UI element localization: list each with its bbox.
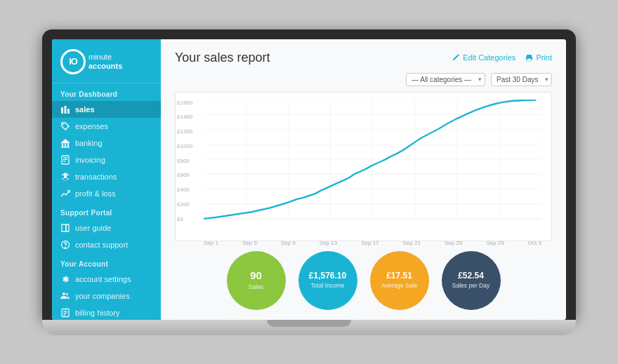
nav-item-profit-loss[interactable]: profit & loss <box>52 185 161 202</box>
y-label-800: £800 <box>177 158 192 164</box>
nav-label-invoicing: invoicing <box>75 156 105 164</box>
support-section-title: Support Portal <box>52 202 161 220</box>
nav-item-invoicing[interactable]: invoicing <box>52 151 161 168</box>
svg-rect-5 <box>62 144 63 147</box>
stat-label-sales: Sales <box>249 283 263 290</box>
svg-rect-4 <box>61 142 70 144</box>
stat-circle-income: £1,576.10 Total Income <box>298 251 357 310</box>
svg-point-19 <box>66 293 68 295</box>
header-actions: Edit Categories Print <box>452 53 552 62</box>
report-title: Your sales report <box>175 50 270 65</box>
y-label-400: £400 <box>177 187 192 193</box>
x-label-sep25: Sep 25 <box>445 240 462 246</box>
nav-label-user-guide: user guide <box>75 224 111 232</box>
x-label-sep9: Sep 9 <box>281 240 296 246</box>
period-filter-wrapper: Past 30 Days <box>491 72 552 86</box>
edit-categories-button[interactable]: Edit Categories <box>452 53 515 62</box>
x-label-sep29: Sep 29 <box>486 240 504 246</box>
invoice-icon <box>60 155 70 165</box>
svg-rect-27 <box>527 58 532 61</box>
category-filter[interactable]: — All categories — <box>406 73 485 86</box>
people-icon <box>60 291 70 301</box>
laptop-frame: IO minute accounts Your Dashboard <box>42 29 576 335</box>
svg-rect-6 <box>65 144 66 147</box>
period-filter[interactable]: Past 30 Days <box>491 73 552 86</box>
nav-item-your-companies[interactable]: your companies <box>52 288 161 304</box>
y-label-1200: £1200 <box>177 128 192 135</box>
logo-minute: minute <box>88 53 122 61</box>
svg-marker-14 <box>61 173 70 178</box>
gear-icon <box>60 274 70 284</box>
svg-rect-2 <box>67 109 70 114</box>
main-content: Your sales report Edit Categories <box>161 39 566 320</box>
x-label-oct3: Oct 3 <box>528 240 541 246</box>
nav-label-profit-loss: profit & loss <box>75 189 115 198</box>
report-header: Your sales report Edit Categories <box>175 50 552 65</box>
dashboard-section-title: Your Dashboard <box>52 83 161 101</box>
trend-icon <box>60 189 70 198</box>
sidebar: IO minute accounts Your Dashboard <box>52 39 161 320</box>
sales-chart <box>204 100 541 235</box>
category-filter-wrapper: — All categories — <box>406 72 485 86</box>
nav-item-billing-history[interactable]: billing history <box>52 304 161 320</box>
print-label: Print <box>536 53 552 62</box>
filters: — All categories — Past 30 Days <box>175 72 552 86</box>
svg-marker-9 <box>61 139 70 142</box>
bank-icon <box>60 138 70 148</box>
nav-label-contact-support: contact support <box>75 241 128 249</box>
arrows-icon <box>60 172 70 182</box>
stat-circle-per-day: £52.54 Sales per Day <box>442 251 501 310</box>
nav-label-your-companies: your companies <box>75 292 130 300</box>
stat-label-per-day: Sales per Day <box>452 282 489 289</box>
y-label-1400: £1400 <box>177 114 192 120</box>
nav-item-contact-support[interactable]: contact support <box>52 236 161 253</box>
x-label-sep21: Sep 21 <box>403 240 421 246</box>
print-button[interactable]: Print <box>525 53 552 62</box>
x-label-sep5: Sep 5 <box>242 240 257 246</box>
y-label-200: £200 <box>177 201 192 208</box>
nav-item-banking[interactable]: banking <box>52 135 161 151</box>
nav-item-transactions[interactable]: transactions <box>52 168 161 185</box>
nav-label-transactions: transactions <box>75 173 117 181</box>
stat-label-income: Total Income <box>310 282 344 289</box>
tag-icon <box>60 121 70 131</box>
laptop-base <box>42 320 576 335</box>
screen: IO minute accounts Your Dashboard <box>52 39 566 320</box>
stat-value-avg-sale: £17.51 <box>386 271 412 281</box>
book-icon <box>60 223 70 233</box>
x-label-sep17: Sep 17 <box>361 240 379 246</box>
svg-point-17 <box>65 247 66 248</box>
svg-point-3 <box>63 123 65 125</box>
stat-circle-avg-sale: £17.51 Average Sale <box>370 251 429 310</box>
chart-container: £1600 £1400 £1200 £1000 £800 £600 £400 £… <box>175 92 552 241</box>
y-axis-labels: £1600 £1400 £1200 £1000 £800 £600 £400 £… <box>177 100 192 222</box>
svg-rect-28 <box>527 58 528 58</box>
nav-item-user-guide[interactable]: user guide <box>52 220 161 236</box>
stats-row: 90 Sales £1,576.10 Total Income £17.51 A… <box>175 251 552 310</box>
y-label-0: £0 <box>177 216 192 222</box>
nav-item-sales[interactable]: sales <box>52 101 161 118</box>
logo-text: minute accounts <box>88 53 122 69</box>
stat-value-income: £1,576.10 <box>309 271 346 281</box>
edit-icon <box>452 54 460 62</box>
y-label-600: £600 <box>177 172 192 178</box>
nav-label-banking: banking <box>75 139 103 147</box>
svg-rect-1 <box>65 106 67 114</box>
account-section-title: Your Account <box>52 253 161 271</box>
screen-bezel: IO minute accounts Your Dashboard <box>42 29 576 320</box>
help-icon <box>60 240 70 250</box>
logo-accounts: accounts <box>88 62 122 70</box>
svg-marker-15 <box>61 178 70 181</box>
print-icon <box>525 54 533 62</box>
stat-circle-sales: 90 Sales <box>227 251 286 310</box>
svg-point-18 <box>63 292 65 295</box>
nav-item-account-settings[interactable]: account settings <box>52 271 161 288</box>
nav-item-expenses[interactable]: expenses <box>52 118 161 135</box>
y-label-1600: £1600 <box>177 100 192 106</box>
logo-icon: IO <box>60 49 86 74</box>
stat-value-sales: 90 <box>250 270 262 282</box>
svg-rect-7 <box>67 144 69 147</box>
nav-label-expenses: expenses <box>75 122 108 130</box>
nav-label-sales: sales <box>75 105 95 114</box>
edit-categories-label: Edit Categories <box>463 53 515 62</box>
